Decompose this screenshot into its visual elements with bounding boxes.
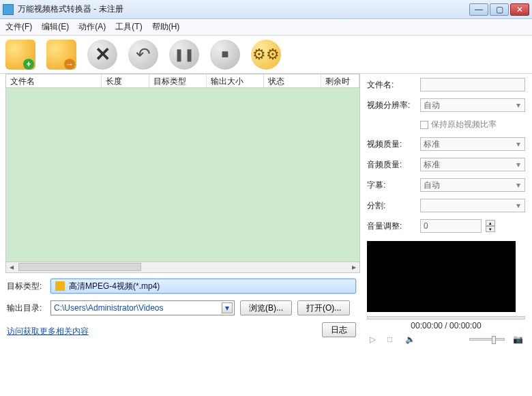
open-button[interactable]: 打开(O)... — [297, 300, 350, 315]
menubar: 文件(F) 编辑(E) 动作(A) 工具(T) 帮助(H) — [0, 19, 532, 36]
add-folder-button[interactable] — [46, 40, 76, 70]
spin-down-icon[interactable]: ▾ — [486, 226, 495, 232]
pause-button[interactable]: ❚❚ — [169, 40, 199, 70]
spin-up-icon[interactable]: ▴ — [486, 220, 495, 226]
chevron-down-icon: ▾ — [514, 201, 523, 210]
col-size[interactable]: 输出大小 — [207, 74, 264, 87]
log-button[interactable]: 日志 — [322, 322, 356, 337]
remove-button[interactable]: ✕ — [87, 40, 117, 70]
volume-spinner[interactable]: ▴▾ — [486, 220, 495, 232]
minimize-button[interactable]: — — [469, 3, 488, 16]
aquality-select[interactable]: 标准▾ — [420, 158, 525, 171]
chevron-down-icon: ▾ — [514, 139, 523, 149]
toolbar: ✕ ↶ ❚❚ ■ ⚙⚙ — [0, 36, 532, 74]
slider-thumb[interactable] — [492, 336, 496, 344]
resolution-label: 视频分辨率: — [367, 100, 416, 111]
volume-slider[interactable] — [469, 338, 505, 341]
volume-icon[interactable]: 🔈 — [405, 335, 415, 344]
vquality-label: 视频质量: — [367, 139, 416, 150]
stop-preview-button[interactable]: □ — [387, 335, 397, 344]
col-filename[interactable]: 文件名 — [6, 74, 102, 87]
video-preview[interactable] — [367, 241, 516, 312]
keep-ratio-label: 保持原始视频比率 — [431, 119, 497, 130]
split-select[interactable]: ▾ — [420, 199, 525, 212]
pause-icon: ❚❚ — [174, 47, 194, 62]
keep-ratio-checkbox[interactable] — [420, 121, 428, 129]
target-type-select[interactable]: 高清MPEG-4视频(*.mp4) — [50, 279, 356, 294]
menu-tools[interactable]: 工具(T) — [115, 21, 142, 33]
file-list[interactable] — [5, 87, 360, 262]
aquality-label: 音频质量: — [367, 159, 416, 171]
stop-icon: ■ — [222, 47, 229, 61]
col-length[interactable]: 长度 — [102, 74, 149, 87]
convert-button[interactable]: ↶ — [128, 40, 158, 70]
menu-file[interactable]: 文件(F) — [5, 21, 32, 33]
scroll-left-icon[interactable]: ◂ — [6, 262, 17, 272]
maximize-button[interactable]: ▢ — [490, 3, 509, 16]
scroll-right-icon[interactable]: ▸ — [349, 262, 359, 272]
browse-button[interactable]: 浏览(B)... — [240, 300, 292, 315]
menu-action[interactable]: 动作(A) — [78, 21, 106, 33]
chevron-down-icon[interactable]: ▾ — [222, 302, 233, 313]
gear-icon: ⚙⚙ — [252, 46, 280, 63]
window-title: 万能视频格式转换器 - 未注册 — [18, 3, 469, 15]
chevron-down-icon: ▾ — [514, 160, 523, 169]
output-dir-value: C:\Users\Administrator\Videos — [54, 303, 164, 313]
list-header: 文件名 长度 目标类型 输出大小 状态 剩余时 — [5, 74, 360, 87]
stop-button[interactable]: ■ — [210, 40, 240, 70]
menu-help[interactable]: 帮助(H) — [152, 21, 180, 33]
subtitle-label: 字幕: — [367, 180, 416, 191]
preview-time: 00:00:00 / 00:00:00 — [367, 321, 525, 330]
col-status[interactable]: 状态 — [264, 74, 321, 87]
target-type-value: 高清MPEG-4视频(*.mp4) — [69, 281, 160, 292]
play-button[interactable]: ▷ — [370, 335, 379, 344]
snapshot-button[interactable]: 📷 — [513, 335, 522, 344]
more-content-link[interactable]: 访问获取更多相关内容 — [7, 326, 89, 337]
undo-icon: ↶ — [136, 44, 151, 65]
col-remain[interactable]: 剩余时 — [321, 74, 359, 87]
vquality-select[interactable]: 标准▾ — [420, 137, 525, 151]
film-icon — [55, 281, 65, 291]
subtitle-select[interactable]: 自动▾ — [420, 178, 525, 192]
volume-label: 音量调整: — [367, 221, 416, 232]
filename-label: 文件名: — [367, 79, 416, 91]
titlebar: 万能视频格式转换器 - 未注册 — ▢ ✕ — [0, 0, 532, 19]
resolution-select[interactable]: 自动▾ — [420, 98, 525, 112]
add-file-button[interactable] — [5, 40, 35, 70]
list-hscrollbar[interactable]: ◂ ▸ — [5, 262, 360, 273]
close-button[interactable]: ✕ — [510, 3, 529, 16]
output-dir-label: 输出目录: — [7, 302, 45, 314]
chevron-down-icon: ▾ — [514, 180, 523, 190]
volume-input[interactable]: 0 — [420, 219, 482, 233]
output-dir-combo[interactable]: C:\Users\Administrator\Videos ▾ — [50, 300, 235, 315]
menu-edit[interactable]: 编辑(E) — [42, 21, 69, 33]
split-label: 分割: — [367, 200, 416, 212]
x-icon: ✕ — [95, 43, 110, 66]
col-type[interactable]: 目标类型 — [149, 74, 207, 87]
preview-seekbar[interactable] — [367, 316, 525, 320]
filename-input[interactable] — [420, 78, 525, 91]
app-icon — [3, 4, 14, 15]
target-type-label: 目标类型: — [7, 281, 45, 292]
chevron-down-icon: ▾ — [514, 100, 523, 110]
scroll-thumb[interactable] — [18, 263, 141, 271]
settings-button[interactable]: ⚙⚙ — [251, 40, 281, 70]
